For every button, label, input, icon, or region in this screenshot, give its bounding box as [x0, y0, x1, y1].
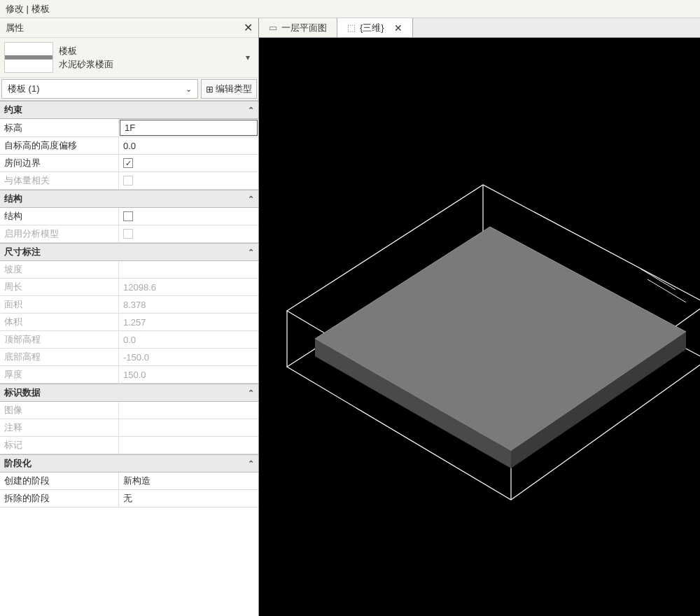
view-tabs: ▭ 一层平面图 ⬚ {三维} ✕ [259, 18, 700, 38]
prop-label-level: 标高 [0, 119, 119, 136]
prop-value-room-bounding[interactable]: ✓ [119, 155, 258, 172]
group-title: 结构 [4, 192, 22, 205]
prop-value-mark[interactable] [119, 437, 258, 454]
prop-value-top-elev: 0.0 [119, 331, 258, 348]
prop-label-mass-related: 与体量相关 [0, 172, 119, 189]
cube-icon: ⬚ [347, 22, 356, 33]
chevron-down-icon[interactable]: ▾ [241, 52, 254, 62]
prop-label-slope: 坡度 [0, 261, 119, 278]
prop-label-phase-demolished: 拆除的阶段 [0, 490, 119, 507]
prop-value-image[interactable] [119, 402, 258, 419]
close-icon[interactable]: ✕ [244, 21, 253, 34]
ribbon-context-title: 修改 | 楼板 [0, 0, 700, 18]
group-header-constraints[interactable]: 约束 ⌃ [0, 101, 258, 119]
tab-plan-view[interactable]: ▭ 一层平面图 [259, 18, 337, 37]
3d-viewport[interactable] [259, 38, 700, 616]
group-header-dimensions[interactable]: 尺寸标注 ⌃ [0, 243, 258, 261]
prop-label-area: 面积 [0, 296, 119, 313]
prop-label-image: 图像 [0, 402, 119, 419]
collapse-icon: ⌃ [248, 388, 254, 398]
edit-type-icon: ⊞ [206, 84, 214, 94]
close-icon[interactable]: ✕ [394, 22, 402, 34]
prop-value-analytical [119, 225, 258, 242]
prop-value-area: 8.378 [119, 296, 258, 313]
checkbox-empty-icon[interactable] [123, 211, 133, 221]
prop-label-perimeter: 周长 [0, 279, 119, 295]
prop-label-phase-created: 创建的阶段 [0, 472, 119, 489]
group-title: 阶段化 [4, 457, 31, 470]
prop-label-room-bounding: 房间边界 [0, 155, 119, 172]
checkbox-empty-icon [123, 176, 133, 186]
3d-model-canvas [259, 38, 700, 616]
family-name: 楼板 [59, 44, 236, 58]
svg-line-9 [640, 269, 676, 290]
chevron-down-icon: ⌄ [186, 85, 192, 94]
group-title: 约束 [4, 104, 22, 116]
tab-label: 一层平面图 [281, 22, 327, 34]
group-title: 尺寸标注 [4, 246, 41, 258]
prop-label-comment: 注释 [0, 419, 119, 436]
prop-value-thickness: 150.0 [119, 366, 258, 383]
checkbox-empty-icon [123, 229, 133, 239]
prop-label-mark: 标记 [0, 437, 119, 454]
tab-label: {三维} [360, 22, 384, 34]
prop-value-bottom-elev: -150.0 [119, 349, 258, 365]
type-name: 水泥砂浆楼面 [59, 57, 236, 71]
instance-filter-select[interactable]: 楼板 (1) ⌄ [1, 79, 198, 99]
properties-panel: 属性 ✕ 楼板 水泥砂浆楼面 ▾ 楼板 (1) ⌄ ⊞ 编辑类型 约束 [0, 18, 259, 616]
prop-value-perimeter: 12098.6 [119, 279, 258, 295]
group-header-identity[interactable]: 标识数据 ⌃ [0, 384, 258, 402]
instance-filter-label: 楼板 (1) [8, 83, 40, 95]
collapse-icon: ⌃ [248, 459, 254, 468]
group-title: 标识数据 [4, 386, 41, 399]
collapse-icon: ⌃ [248, 106, 254, 115]
prop-value-mass-related [119, 172, 258, 189]
prop-value-volume: 1.257 [119, 314, 258, 330]
collapse-icon: ⌃ [248, 248, 254, 257]
prop-value-height-offset[interactable]: 0.0 [119, 137, 258, 154]
prop-label-structural: 结构 [0, 208, 119, 225]
prop-label-bottom-elev: 底部高程 [0, 349, 119, 365]
checkbox-checked-icon[interactable]: ✓ [123, 158, 133, 168]
prop-value-comment[interactable] [119, 419, 258, 436]
prop-value-phase-created[interactable]: 新构造 [119, 472, 258, 489]
group-header-structural[interactable]: 结构 ⌃ [0, 190, 258, 208]
type-labels: 楼板 水泥砂浆楼面 [59, 44, 236, 71]
prop-value-phase-demolished[interactable]: 无 [119, 490, 258, 507]
type-selector[interactable]: 楼板 水泥砂浆楼面 ▾ [0, 38, 258, 78]
prop-value-slope [119, 261, 258, 278]
prop-label-top-elev: 顶部高程 [0, 331, 119, 348]
plan-view-icon: ▭ [269, 22, 277, 33]
group-header-phasing[interactable]: 阶段化 ⌃ [0, 454, 258, 472]
properties-panel-title: 属性 [6, 22, 24, 34]
edit-type-label: 编辑类型 [216, 83, 252, 95]
svg-marker-6 [315, 227, 686, 451]
prop-value-level[interactable]: 1F [120, 120, 258, 136]
collapse-icon: ⌃ [248, 195, 254, 204]
tab-3d-view[interactable]: ⬚ {三维} ✕ [337, 18, 413, 37]
prop-label-volume: 体积 [0, 314, 119, 330]
edit-type-button[interactable]: ⊞ 编辑类型 [201, 79, 257, 99]
prop-value-structural[interactable] [119, 208, 258, 225]
prop-label-analytical: 启用分析模型 [0, 225, 119, 242]
prop-label-height-offset: 自标高的高度偏移 [0, 137, 119, 154]
type-thumbnail [4, 42, 53, 73]
prop-label-thickness: 厚度 [0, 366, 119, 383]
